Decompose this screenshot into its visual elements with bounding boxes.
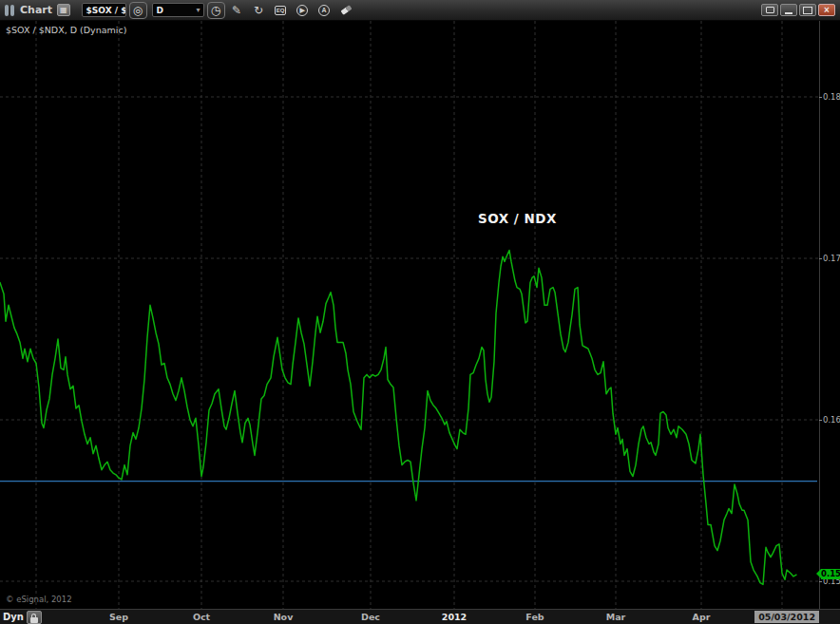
x-tick-label: Apr <box>693 612 711 622</box>
x-tick-label: Dec <box>361 612 380 622</box>
y-tick-label: 0.16 <box>823 415 840 425</box>
window-controls: × <box>761 4 835 16</box>
minimize-icon <box>785 12 792 14</box>
lock-icon <box>30 614 38 623</box>
layout-badge-icon: ▦ <box>57 4 70 16</box>
x-tick-label: Sep <box>109 612 128 622</box>
minimize-window-button[interactable] <box>780 4 797 16</box>
y-tick-label: 0.17 <box>823 254 840 263</box>
time-axis[interactable]: Dyn 05/03/2012 SepOctNovDec2012FebMarApr <box>0 609 840 624</box>
symbol-lookup-button[interactable]: ◎ <box>129 2 147 19</box>
restore-window-button[interactable] <box>761 4 778 16</box>
refresh-icon: ↻ <box>254 4 263 17</box>
x-tick-label: Mar <box>606 612 626 622</box>
draw-tool-button[interactable]: ✎ <box>227 2 247 19</box>
pencil-icon: ✎ <box>232 4 241 17</box>
reload-button[interactable]: ↻ <box>249 2 269 19</box>
chart-legend: $SOX / $NDX, D (Dynamic) <box>6 25 126 35</box>
x-tick-label: Oct <box>193 612 210 622</box>
last-price-badge: 0.15 <box>821 569 840 579</box>
play-icon: ▶ <box>296 5 308 16</box>
titlebar: Chart ▦ $SOX / $N ▾ ◎ D ▾ ◷ ✎ ↻ EQ ▶ A × <box>0 0 840 21</box>
chart-annotation: SOX / NDX <box>478 211 557 226</box>
close-window-button[interactable]: × <box>818 4 835 16</box>
x-tick-label: 2012 <box>442 612 467 622</box>
price-line <box>0 251 796 585</box>
clock-icon: ◷ <box>211 5 220 16</box>
dyn-label: Dyn <box>3 612 24 622</box>
window-title: Chart <box>20 4 52 16</box>
maximize-icon <box>803 7 812 14</box>
close-icon: × <box>824 6 830 15</box>
interval-value: D <box>157 6 163 15</box>
restore-icon <box>766 7 774 13</box>
price-plot <box>0 21 819 609</box>
chart-window-icon <box>5 5 16 16</box>
y-tick-label: 0.18 <box>823 92 840 102</box>
eraser-icon <box>340 5 352 14</box>
quote-board-button[interactable]: EQ <box>271 2 291 19</box>
copyright-label: © eSignal, 2012 <box>6 595 72 604</box>
time-template-lock-button[interactable] <box>27 611 42 624</box>
quote-icon: EQ <box>275 6 287 15</box>
x-tick-label: Feb <box>525 612 544 622</box>
symbol-value: $SOX / $N <box>86 6 126 15</box>
replay-button[interactable]: ▶ <box>293 2 313 19</box>
current-date-label: 05/03/2012 <box>754 611 819 623</box>
interval-input[interactable]: D ▾ <box>152 3 204 17</box>
auto-icon: A <box>318 5 330 16</box>
eraser-button[interactable] <box>336 2 356 19</box>
chart-canvas[interactable]: $SOX / $NDX, D (Dynamic) SOX / NDX © eSi… <box>0 21 819 609</box>
symbol-input[interactable]: $SOX / $N ▾ <box>82 3 126 17</box>
last-price-value: 0.15 <box>821 569 840 578</box>
price-axis[interactable]: 0.15 0.180.170.160.15 <box>819 21 840 609</box>
maximize-window-button[interactable] <box>799 4 816 16</box>
time-interval-button[interactable]: ◷ <box>207 2 225 19</box>
chevron-down-icon[interactable]: ▾ <box>197 6 200 14</box>
x-tick-label: Nov <box>274 612 294 622</box>
bullseye-icon: ◎ <box>133 4 143 17</box>
auto-button[interactable]: A <box>315 2 334 19</box>
